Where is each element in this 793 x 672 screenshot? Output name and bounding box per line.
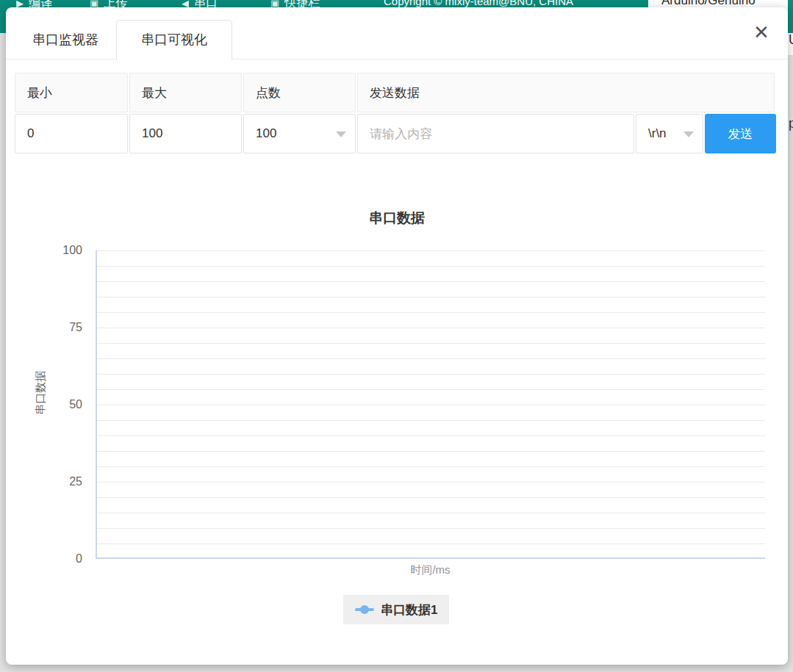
y-tick-label: 100 <box>6 242 82 259</box>
form-input-row: 0 100 100 请输入内容 \r\n 发送 <box>15 114 779 153</box>
plot-area <box>96 250 765 559</box>
min-input[interactable]: 0 <box>15 114 128 153</box>
background-edge-text-top: U <box>789 32 793 48</box>
header-points: 点数 <box>243 73 356 112</box>
chevron-down-icon <box>683 131 694 137</box>
y-tick-label: 0 <box>6 551 82 567</box>
background-edge-text-bottom: p <box>789 116 793 131</box>
send-content-placeholder: 请输入内容 <box>370 126 432 142</box>
serial-dialog: 串口监视器 串口可视化 ✕ 最小 最大 点数 发送数据 0 100 100 请输… <box>6 7 788 665</box>
line-series-marker-icon <box>355 605 374 614</box>
serial-plot-form: 最小 最大 点数 发送数据 0 100 100 请输入内容 \r\n <box>15 73 779 153</box>
header-send-data: 发送数据 <box>357 73 775 112</box>
y-axis-title: 串口数据 <box>34 371 48 415</box>
send-button[interactable]: 发送 <box>705 114 776 153</box>
y-tick-label: 75 <box>6 319 82 336</box>
header-min: 最小 <box>15 73 128 112</box>
screen: ▶ 编译 ▣ 上传 ◀ 串口 ▣ 快捷栏 Copyright © mixly-t… <box>0 0 793 672</box>
legend-item-series1[interactable]: 串口数据1 <box>343 595 449 624</box>
copyright-text: Copyright © mixly-team@BNU, CHINA <box>384 0 573 7</box>
points-select[interactable]: 100 <box>243 114 356 153</box>
line-ending-select[interactable]: \r\n <box>636 114 703 153</box>
chart-title: 串口数据 <box>6 209 788 228</box>
x-axis-title: 时间/ms <box>96 563 765 577</box>
header-max: 最大 <box>129 73 242 112</box>
legend-label: 串口数据1 <box>381 601 437 618</box>
line-ending-value: \r\n <box>648 126 667 141</box>
chevron-down-icon <box>336 131 346 137</box>
tab-serial-monitor[interactable]: 串口监视器 <box>15 20 116 59</box>
close-icon[interactable]: ✕ <box>748 19 775 46</box>
max-input[interactable]: 100 <box>129 114 242 153</box>
form-header-row: 最小 最大 点数 发送数据 <box>15 73 779 112</box>
tab-serial-visualization[interactable]: 串口可视化 <box>116 20 232 59</box>
points-select-value: 100 <box>256 126 276 141</box>
send-content-input[interactable]: 请输入内容 <box>357 114 634 153</box>
y-tick-label: 25 <box>6 474 82 490</box>
